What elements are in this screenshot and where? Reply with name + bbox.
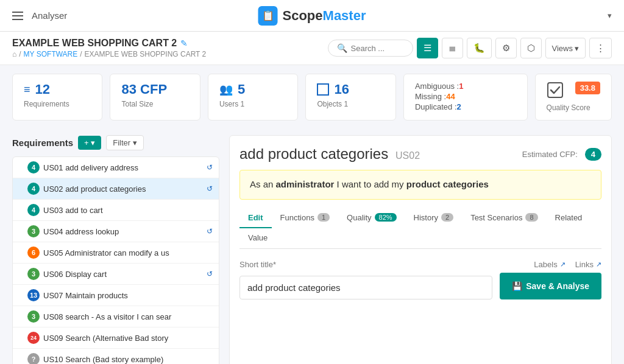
users-stat-card: 👥 5 Users 1: [208, 74, 298, 121]
requirements-panel: Requirements + ▾ Filter ▾ 4 US01 add del…: [12, 129, 219, 364]
tab-history[interactable]: History 2: [405, 208, 463, 228]
req-name-us01: US01 add delivery address: [43, 163, 203, 172]
duplicated-count[interactable]: 2: [457, 102, 461, 111]
views-button[interactable]: Views ▾: [545, 38, 586, 58]
detail-header: add product categories US02 Estimated CF…: [239, 145, 601, 163]
req-item-us07[interactable]: 13 US07 Maintain products: [13, 285, 219, 306]
quality-score-label: Quality Score: [547, 103, 600, 112]
objects-count: 16: [317, 82, 384, 97]
bug-button[interactable]: 🐛: [467, 38, 492, 58]
tab-functions-label: Functions: [280, 213, 314, 222]
sep1: /: [19, 50, 21, 58]
objects-label: Objects 1: [317, 100, 384, 108]
requirements-count: ≡ 12: [24, 82, 91, 97]
breadcrumb-bar: EXAMPLE WEB SHOPPING CART 2 ✎ ⌂ / MY SOF…: [0, 32, 624, 65]
tab-related[interactable]: Related: [547, 208, 591, 228]
req-item-us09[interactable]: 24 US09 Search (Alternative Bad story: [13, 327, 219, 349]
short-title-input[interactable]: [239, 276, 492, 299]
duplicated-row: Duplicated :2: [415, 102, 516, 111]
tab-quality-badge: 82%: [375, 213, 397, 222]
requirements-label: Requirements: [24, 100, 91, 108]
toolbar: 🔍 ☰ ≣ 🐛 ⚙ ⬡ Views ▾ ⋮: [328, 38, 612, 58]
requirements-panel-title: Requirements: [12, 138, 73, 148]
tab-functions[interactable]: Functions 1: [272, 208, 339, 228]
objects-icon: [317, 83, 329, 96]
req-badge-us04: 3: [27, 225, 40, 237]
links-ext-icon[interactable]: ↗: [596, 261, 601, 268]
views-label: Views: [552, 44, 573, 53]
req-item-us10[interactable]: ? US10 Search (Bad story example): [13, 349, 219, 364]
form-section: Short title* Labels ↗ Links ↗ 💾 Save & A…: [239, 257, 601, 299]
filter-button[interactable]: Filter ▾: [106, 135, 144, 150]
missing-count[interactable]: 44: [446, 92, 455, 101]
short-title-label: Short title*: [239, 260, 276, 269]
requirements-icon: ≡: [24, 83, 30, 96]
req-item-us01[interactable]: 4 US01 add delivery address ↺: [13, 157, 219, 178]
req-item-us03[interactable]: 4 US03 add to cart: [13, 200, 219, 221]
requirements-list: 4 US01 add delivery address ↺ 4 US02 add…: [12, 156, 219, 364]
req-badge-us10: ?: [27, 353, 40, 364]
users-icon: 👥: [219, 83, 233, 96]
search-input[interactable]: [351, 44, 412, 53]
tab-value-label: Value: [248, 233, 268, 242]
story-actor: administrator: [276, 179, 335, 189]
req-name-us07: US07 Maintain products: [43, 291, 213, 300]
tab-value[interactable]: Value: [239, 228, 276, 248]
save-analyse-button[interactable]: 💾 Save & Analyse: [500, 273, 601, 299]
tab-edit-label: Edit: [248, 213, 263, 222]
req-name-us04: US04 address lookup: [43, 227, 203, 236]
story-middle: I want to add my: [334, 179, 406, 189]
quality-score-badge: 33.8: [575, 82, 600, 94]
home-icon[interactable]: ⌂: [12, 50, 16, 58]
share-button[interactable]: ⬡: [520, 38, 542, 58]
tab-quality[interactable]: Quality 82%: [338, 208, 405, 228]
req-name-us03: US03 add to cart: [43, 206, 213, 215]
header-left: Analyser: [12, 10, 67, 21]
tab-quality-label: Quality: [347, 213, 371, 222]
labels-ext-icon[interactable]: ↗: [560, 261, 566, 268]
search-box[interactable]: 🔍: [328, 40, 413, 57]
tab-functions-badge: 1: [317, 213, 330, 222]
cfp-stat-card: 83 CFP Total Size: [110, 74, 200, 121]
breadcrumb-path: ⌂ / MY SOFTWARE / EXAMPLE WEB SHOPPING C…: [12, 50, 206, 58]
req-badge-us07: 13: [27, 289, 40, 301]
menu-icon[interactable]: [12, 12, 23, 20]
save-icon: 💾: [512, 281, 522, 291]
quality-stat-card: 33.8 Quality Score: [535, 74, 612, 121]
tab-test-scenarios[interactable]: Test Scenarios 8: [462, 208, 546, 228]
req-item-us06[interactable]: 3 US06 Display cart ↺: [13, 264, 219, 285]
my-software-link[interactable]: MY SOFTWARE: [24, 50, 78, 58]
breadcrumb-left: EXAMPLE WEB SHOPPING CART 2 ✎ ⌂ / MY SOF…: [12, 38, 206, 58]
edit-title-icon[interactable]: ✎: [180, 38, 188, 48]
list-view-button[interactable]: ☰: [417, 38, 438, 58]
svg-rect-0: [548, 83, 562, 97]
form-row: 💾 Save & Analyse: [239, 273, 601, 299]
more-button[interactable]: ⋮: [589, 38, 612, 58]
cfp-label: Total Size: [121, 100, 188, 108]
logo-text: ScopeMaster: [283, 8, 366, 24]
users-label: Users 1: [219, 100, 286, 108]
cfp-badge: 4: [585, 148, 601, 161]
ambiguous-count[interactable]: 1: [459, 82, 463, 91]
project-title: EXAMPLE WEB SHOPPING CART 2: [12, 38, 177, 49]
req-item-us04[interactable]: 3 US04 address lookup ↺: [13, 221, 219, 242]
missing-label: Missing :: [415, 92, 446, 101]
document-view-button[interactable]: ≣: [442, 38, 463, 58]
cfp-count: 83 CFP: [121, 82, 188, 97]
header-dropdown[interactable]: ▾: [608, 11, 612, 20]
requirements-stat-card: ≡ 12 Requirements: [12, 74, 102, 121]
story-action: product categories: [406, 179, 489, 189]
add-requirement-button[interactable]: + ▾: [78, 136, 101, 150]
req-item-us05[interactable]: 6 US05 Administrator can modify a us: [13, 242, 219, 264]
req-icon-us06: ↺: [207, 270, 213, 278]
requirements-header: Requirements + ▾ Filter ▾: [12, 129, 219, 150]
tab-test-scenarios-label: Test Scenarios: [470, 213, 522, 222]
req-name-us09: US09 Search (Alternative Bad story: [43, 334, 213, 343]
ambiguous-row: Ambiguous :1: [415, 82, 516, 91]
breadcrumb: EXAMPLE WEB SHOPPING CART 2 ✎: [12, 38, 206, 49]
req-item-us02[interactable]: 4 US02 add product categories ↺: [13, 178, 219, 200]
settings-button[interactable]: ⚙: [495, 38, 517, 58]
tab-edit[interactable]: Edit: [239, 208, 272, 228]
req-item-us08[interactable]: 3 US08 search - As a visitor I can sear: [13, 306, 219, 327]
tab-history-badge: 2: [441, 213, 453, 222]
